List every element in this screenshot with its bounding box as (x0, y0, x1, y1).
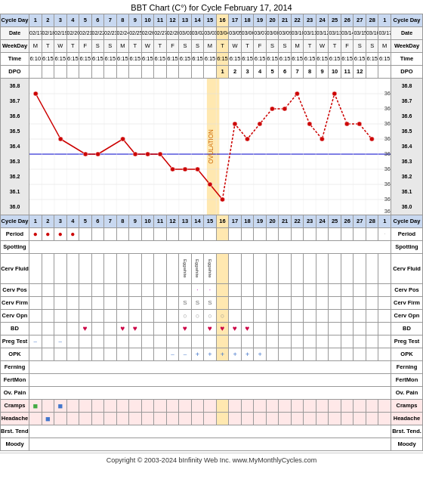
wd-18: T (241, 40, 254, 53)
period-label: Period (1, 228, 29, 241)
svg-point-43 (133, 152, 137, 156)
temp-label-360: 36.0 (2, 201, 27, 213)
headache-label: Headache (1, 413, 29, 425)
period-17 (229, 228, 242, 241)
cd-1b: 1 (378, 14, 391, 27)
svg-point-55 (283, 107, 287, 111)
period-1: ● (29, 228, 42, 241)
temp-label-363: 36.3 (2, 156, 27, 168)
date-23: 03/11 (304, 27, 316, 40)
time-12: 6:15 (166, 53, 179, 66)
cerv-firm-label: Cerv Firm (1, 297, 29, 310)
temp-label-361-r: 36.1 (393, 186, 421, 198)
wd-15: M (204, 40, 217, 53)
cd-7: 7 (104, 14, 117, 27)
wd-1: M (29, 40, 42, 53)
temp-label-366: 36.6 (2, 110, 27, 122)
svg-point-54 (270, 107, 274, 111)
wd-8: M (116, 40, 129, 53)
svg-point-41 (96, 152, 100, 156)
period-20 (266, 228, 279, 241)
cerv-pos-label: Cerv Pos (1, 284, 29, 297)
dpo-18: 3 (241, 66, 254, 79)
time-1: 6:10 (29, 53, 42, 66)
period-15 (204, 228, 217, 241)
headache-label-right: Headache (391, 413, 423, 425)
dpo-27: 12 (354, 66, 366, 79)
time-9: 6:15 (129, 53, 142, 66)
cd-13: 13 (179, 14, 192, 27)
period-9 (129, 228, 142, 241)
svg-point-57 (307, 122, 312, 126)
dpo-1b (378, 66, 391, 79)
cd-9: 9 (129, 14, 142, 27)
period-28 (366, 228, 378, 241)
wd-17: W (229, 40, 242, 53)
temp-label-360-r: 36.0 (393, 201, 421, 213)
cd-23: 23 (304, 14, 316, 27)
dpo-5 (79, 66, 92, 79)
wd-9: T (129, 40, 142, 53)
time-19: 6:15 (254, 53, 267, 66)
temp-label-362: 36.2 (2, 171, 27, 183)
cd-3: 3 (54, 14, 67, 27)
dpo-12 (166, 66, 179, 79)
time-17: 6:15 (229, 53, 242, 66)
date-19: 03/07 (254, 27, 267, 40)
svg-point-45 (158, 152, 162, 156)
time-5: 6:15 (79, 53, 92, 66)
time-16: 6:15 (216, 53, 229, 66)
svg-point-51 (233, 122, 237, 126)
wd-23: T (304, 40, 316, 53)
cd-18: 18 (241, 14, 254, 27)
dpo-26: 11 (341, 66, 354, 79)
dpo-6 (91, 66, 104, 79)
date-4: 02/20 (66, 27, 79, 40)
svg-point-38 (33, 91, 38, 96)
opk-label: OPK (1, 348, 29, 361)
date-5: 02/21 (79, 27, 92, 40)
time-2: 6:15 (42, 53, 54, 66)
time-3: 6:15 (54, 53, 67, 66)
time-14: 6:15 (191, 53, 204, 66)
date-24: 03/12 (316, 27, 329, 40)
svg-point-52 (245, 137, 249, 141)
temp-label-363-r: 36.3 (393, 156, 421, 168)
svg-text:36.2: 36.2 (384, 181, 391, 187)
fertmon-label: FertMon (1, 374, 29, 387)
cd-17: 17 (229, 14, 242, 27)
svg-text:OVULATION: OVULATION (208, 129, 215, 164)
dpo-11 (154, 66, 167, 79)
time-26: 6:15 (341, 53, 354, 66)
date-28: 03/16 (366, 27, 378, 40)
time-13: 6:15 (179, 53, 192, 66)
cerv-opn-label-right: Cerv Opn (391, 310, 423, 323)
weekday-label-right: WeekDay (391, 40, 423, 53)
dpo-15 (204, 66, 217, 79)
wd-6: S (91, 40, 104, 53)
date-12: 02/28 (166, 27, 179, 40)
cd-16: 16 (216, 14, 229, 27)
cd-15: 15 (204, 14, 217, 27)
date-9: 02/25 (129, 27, 142, 40)
dpo-17: 2 (229, 66, 242, 79)
wd-19: F (254, 40, 267, 53)
wd-2: T (42, 40, 54, 53)
dpo-9 (129, 66, 142, 79)
wd-10: W (141, 40, 154, 53)
time-23: 6:15 (304, 53, 316, 66)
temp-label-367: 36.7 (2, 95, 27, 107)
dpo-28 (366, 66, 378, 79)
cd-25: 25 (329, 14, 341, 27)
date-label: Date (1, 27, 29, 40)
temp-label-367-r: 36.7 (393, 95, 421, 107)
ferning-label-right: Ferning (391, 361, 423, 374)
dpo-8 (116, 66, 129, 79)
svg-point-40 (83, 152, 88, 156)
time-7: 6:15 (104, 53, 117, 66)
period-24 (316, 228, 329, 241)
date-1b: 03/17 (378, 27, 391, 40)
period-6 (91, 228, 104, 241)
wd-3: W (54, 40, 67, 53)
time-18: 6:15 (241, 53, 254, 66)
